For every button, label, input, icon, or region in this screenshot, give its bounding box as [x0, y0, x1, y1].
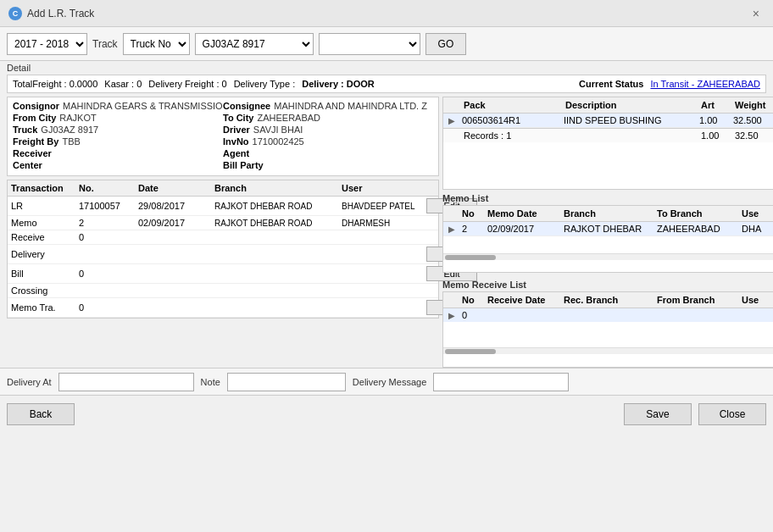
mr-rec-branch [564, 310, 657, 320]
tr-no: 0 [79, 232, 138, 242]
th-date: Date [138, 183, 214, 193]
pack-footer: Records : 1 1.00 32.50 125.00 [443, 128, 773, 142]
tr-transaction: Memo Tra. [11, 302, 79, 313]
tr-branch: RAJKOT DHEBAR ROAD [214, 219, 342, 228]
inv-no-value: 1710002425 [253, 136, 304, 147]
go-button[interactable]: GO [425, 33, 467, 55]
pack-table: Pack Description Art Weight Qty ▶ 006503… [442, 97, 773, 190]
consignee-value: MAHINDRA AND MAHINDRA LTD. Z [274, 101, 427, 111]
tr-date: 02/09/2017 [138, 218, 214, 228]
truck-select[interactable]: GJ03AZ 8917 [195, 33, 314, 55]
ph-arrow [447, 100, 464, 110]
mh-to-branch: To Branch [657, 208, 742, 219]
memo-list-section: Memo List No Memo Date Branch To Branch … [442, 193, 773, 273]
footer-weight: 32.50 [735, 130, 773, 141]
close-button[interactable]: Close [698, 403, 766, 425]
th-no: No. [79, 183, 138, 193]
memo-receive-row: ▶ 0 [443, 308, 773, 322]
transaction-table: Transaction No. Date Branch User LR 1710… [7, 180, 439, 319]
tr-user: DHARMESH [342, 219, 426, 228]
memo-use: DHA [742, 224, 773, 234]
save-button[interactable]: Save [624, 403, 692, 425]
memo-table-row: ▶ 2 02/09/2017 RAJKOT DHEBAR ZAHEERABAD … [443, 222, 773, 236]
status-link[interactable]: In Transit - ZAHEERABAD [650, 79, 760, 89]
delivery-msg-label: Delivery Message [353, 377, 426, 387]
ph-weight: Weight [735, 100, 773, 110]
ph-art: Art [701, 100, 735, 110]
note-input[interactable] [227, 373, 346, 391]
truck-value: GJ03AZ 8917 [41, 125, 98, 135]
tr-no: 17100057 [79, 201, 138, 211]
tr-transaction: Crossing [11, 285, 79, 296]
mode-select[interactable]: Truck No [123, 33, 190, 55]
th-branch: Branch [214, 183, 342, 193]
consignor-label: Consignor [13, 101, 59, 111]
mrh-receive-date: Receive Date [487, 295, 564, 305]
mr-scrollbar-thumb [445, 349, 496, 354]
back-button[interactable]: Back [7, 403, 75, 425]
memo-receive-arrow-icon: ▶ [443, 311, 460, 320]
table-row: Receive 0 [8, 230, 438, 245]
tr-no: 2 [79, 218, 138, 228]
detail-label: Detail [7, 63, 766, 73]
receiver-label: Receiver [13, 148, 52, 158]
window-title: Add L.R. Track [27, 8, 94, 19]
mr-from-branch [657, 310, 742, 320]
to-city-label: To City [223, 113, 253, 123]
mrh-arrow [445, 295, 462, 305]
table-row: Bill 0 Edit [8, 264, 438, 284]
memo-receive-scrollbar[interactable] [443, 347, 773, 354]
memo-to-branch: ZAHEERABAD [657, 224, 742, 234]
app-icon: C [8, 7, 22, 20]
from-city-label: From City [13, 113, 56, 123]
bottom-bar: Delivery At Note Delivery Message [0, 368, 773, 395]
pack-table-row: ▶ 006503614R1 IIND SPEED BUSHING 1.00 32… [443, 114, 773, 128]
main-content: Consignor MAHINDRA GEARS & TRANSMISSIO C… [0, 97, 773, 368]
delivery-freight: Delivery Freight : 0 [148, 79, 226, 89]
row-arrow-icon: ▶ [443, 116, 460, 125]
mrh-rec-branch: Rec. Branch [564, 295, 657, 305]
bill-party-label: Bill Party [223, 160, 264, 170]
art-value: 1.00 [699, 115, 733, 125]
memo-branch: RAJKOT DHEBAR [564, 224, 657, 234]
scrollbar-thumb [445, 255, 496, 260]
consignor-info-box: Consignor MAHINDRA GEARS & TRANSMISSIO C… [7, 97, 439, 176]
left-panel: Consignor MAHINDRA GEARS & TRANSMISSIO C… [7, 97, 439, 368]
to-city-value: ZAHEERABAD [257, 113, 320, 123]
tr-date: 29/08/2017 [138, 201, 214, 211]
mh-no: No [462, 208, 487, 219]
total-freight: TotalFreight : 0.0000 [13, 79, 97, 89]
extra-select[interactable] [319, 33, 420, 55]
mrh-no: No [462, 295, 487, 305]
tr-no: 0 [79, 302, 138, 313]
right-panel: Pack Description Art Weight Qty ▶ 006503… [442, 97, 773, 368]
table-row: Memo 2 02/09/2017 RAJKOT DHEBAR ROAD DHA… [8, 216, 438, 230]
from-city-value: RAJKOT [59, 113, 96, 123]
freight-by-label: Freight By [13, 136, 58, 147]
records-label: Records : 1 [464, 130, 565, 141]
footer-bar: Back Save Close [0, 395, 773, 432]
close-window-button[interactable]: × [748, 5, 765, 22]
ph-description: Description [565, 100, 701, 110]
description-value: IIND SPEED BUSHING [564, 115, 699, 125]
memo-row-arrow-icon: ▶ [443, 224, 460, 234]
table-row: Delivery Edit [8, 245, 438, 264]
tr-no: 0 [79, 269, 138, 279]
memo-receive-header: No Receive Date Rec. Branch From Branch … [443, 292, 773, 308]
year-select[interactable]: 2017 - 2018 [7, 33, 87, 55]
memo-scrollbar[interactable] [443, 253, 773, 260]
table-row: LR 17100057 29/08/2017 RAJKOT DHEBAR ROA… [8, 197, 438, 216]
delivery-at-label: Delivery At [7, 377, 52, 387]
delivery: Delivery : DOOR [302, 79, 375, 89]
delivery-message-input[interactable] [433, 373, 569, 391]
table-row: Crossing [8, 284, 438, 298]
driver-label: Driver [223, 125, 250, 135]
delivery-at-input[interactable] [58, 373, 194, 391]
tr-transaction: Memo [11, 218, 79, 228]
memo-table: No Memo Date Branch To Branch Use ▶ 2 02… [442, 205, 773, 273]
transaction-table-header: Transaction No. Date Branch User [8, 180, 438, 197]
current-status-label: Current Status [579, 79, 643, 89]
mh-use: Use [742, 208, 773, 219]
footer-art: 1.00 [701, 130, 735, 141]
memo-receive-section: Memo Receive List No Receive Date Rec. B… [442, 280, 773, 368]
